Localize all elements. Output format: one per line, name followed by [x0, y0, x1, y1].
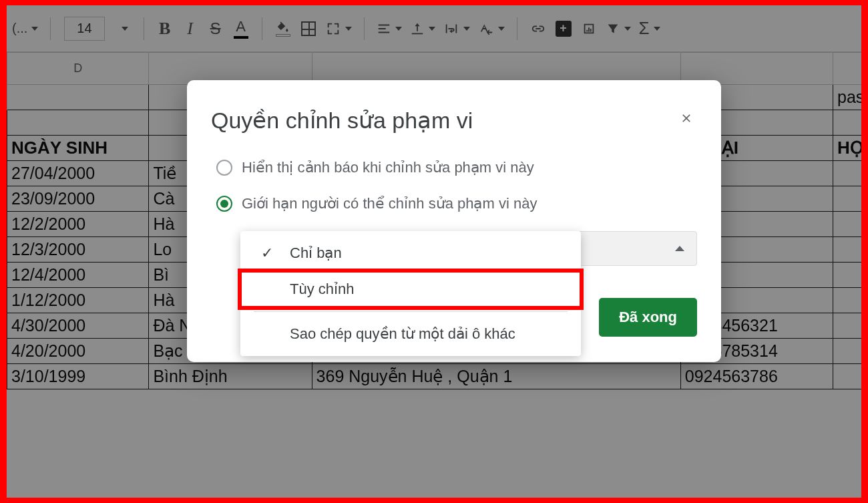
separator — [364, 17, 365, 40]
italic-button[interactable]: I — [179, 15, 202, 42]
cell-address[interactable]: 369 Nguyễn Huệ , Quận 1 — [312, 364, 680, 389]
menu-item-custom[interactable]: Tùy chỉnh — [240, 271, 581, 307]
cell-name[interactable] — [833, 212, 861, 237]
text-wrap-button[interactable] — [441, 15, 473, 42]
cell-name[interactable] — [833, 313, 861, 339]
wrap-icon — [443, 21, 459, 36]
cell-date[interactable]: 1/12/2000 — [7, 288, 149, 313]
dialog-title: Quyền chỉnh sửa phạm vi — [211, 107, 473, 134]
cell-place[interactable]: Bình Định — [149, 364, 312, 389]
chevron-down-icon — [498, 27, 505, 31]
cell-name[interactable] — [833, 263, 861, 288]
chevron-down-icon — [654, 27, 660, 31]
radio-icon-selected — [216, 196, 232, 212]
borders-icon — [301, 21, 316, 36]
chevron-up-icon — [675, 246, 684, 251]
separator — [517, 17, 517, 40]
insert-link-button[interactable] — [527, 15, 550, 42]
cell-date[interactable]: 23/09/2000 — [7, 186, 149, 212]
font-family-truncated: (... — [12, 21, 27, 36]
rotation-icon — [478, 21, 494, 36]
vertical-align-button[interactable] — [407, 15, 438, 42]
chevron-down-icon — [345, 27, 352, 31]
radio-restrict-editors[interactable]: Giới hạn người có thể chỉnh sửa phạm vi … — [211, 186, 697, 222]
merge-cells-button[interactable] — [322, 15, 355, 42]
menu-item-label: Chỉ bạn — [290, 244, 342, 262]
close-button[interactable] — [676, 107, 697, 131]
col-name-header-frag: HỌ — [833, 136, 861, 161]
table-row: 3/10/1999Bình Định369 Nguyễn Huệ , Quận … — [7, 364, 862, 389]
cell-name[interactable] — [833, 186, 861, 212]
menu-item-label: Tùy chỉnh — [290, 281, 355, 298]
paint-bucket-icon — [276, 20, 290, 33]
font-family-select[interactable]: (... — [9, 15, 41, 42]
link-icon — [529, 21, 547, 36]
cell-name[interactable] — [833, 339, 861, 364]
insert-chart-button[interactable] — [578, 15, 600, 42]
cell-password-header[interactable]: passwo — [833, 85, 861, 110]
chevron-down-icon — [31, 27, 38, 31]
cell-date[interactable]: 27/04/2000 — [7, 161, 149, 186]
align-left-icon — [377, 21, 391, 36]
borders-button[interactable] — [297, 15, 320, 42]
cell-name[interactable] — [833, 237, 861, 263]
chevron-down-icon — [122, 27, 128, 31]
chevron-down-icon — [395, 27, 402, 31]
fill-color-button[interactable] — [272, 15, 294, 42]
column-header-d[interactable]: D — [7, 53, 149, 85]
menu-item-copy-from-range[interactable]: Sao chép quyền từ một dải ô khác — [240, 316, 581, 352]
font-size-value: 14 — [77, 21, 91, 36]
cell-date[interactable]: 12/3/2000 — [7, 237, 149, 263]
filter-icon — [606, 21, 620, 36]
radio-show-warning[interactable]: Hiển thị cảnh báo khi chỉnh sửa phạm vi … — [211, 150, 697, 186]
comment-icon: + — [556, 21, 572, 37]
radio-label: Hiển thị cảnh báo khi chỉnh sửa phạm vi … — [242, 159, 534, 176]
text-color-swatch — [234, 36, 248, 39]
range-permissions-dialog: Quyền chỉnh sửa phạm vi Hiển thị cảnh bá… — [187, 80, 721, 362]
permission-radio-group: Hiển thị cảnh báo khi chỉnh sửa phạm vi … — [211, 150, 697, 222]
done-button[interactable]: Đã xong — [599, 298, 697, 337]
bold-button[interactable]: B — [154, 15, 176, 42]
col-date-header: NGÀY SINH — [7, 136, 149, 161]
functions-button[interactable]: Σ — [636, 15, 663, 42]
filter-button[interactable] — [603, 15, 634, 42]
menu-item-label: Sao chép quyền từ một dải ô khác — [290, 325, 515, 343]
cell-date[interactable]: 12/2/2000 — [7, 212, 149, 237]
valign-icon — [410, 21, 425, 36]
chevron-down-icon — [463, 27, 470, 31]
menu-item-only-you[interactable]: ✓ Chỉ bạn — [240, 235, 581, 271]
text-rotation-button[interactable] — [475, 15, 507, 42]
separator — [144, 17, 144, 40]
fill-color-swatch — [276, 34, 290, 37]
close-icon — [680, 112, 693, 125]
horizontal-align-button[interactable] — [374, 15, 405, 42]
chart-icon — [581, 21, 597, 36]
check-icon: ✓ — [259, 244, 275, 262]
insert-comment-button[interactable]: + — [552, 15, 575, 42]
cell-name[interactable] — [833, 161, 861, 186]
toolbar: (... 14 B I S A — [7, 5, 861, 52]
cell-name[interactable] — [833, 288, 861, 313]
cell-date[interactable]: 12/4/2000 — [7, 263, 149, 288]
menu-separator — [254, 311, 568, 312]
chevron-down-icon — [429, 27, 435, 31]
sigma-icon: Σ — [639, 18, 650, 39]
merge-icon — [325, 21, 341, 36]
cell-date[interactable]: 4/20/2000 — [7, 339, 149, 364]
text-color-button[interactable]: A — [230, 15, 252, 42]
radio-icon — [216, 160, 232, 176]
radio-label: Giới hạn người có thể chỉnh sửa phạm vi … — [242, 195, 537, 212]
restrict-who-menu: ✓ Chỉ bạn Tùy chỉnh Sao chép quyền từ mộ… — [240, 231, 581, 356]
chevron-down-icon — [624, 27, 631, 31]
cell-date[interactable]: 3/10/1999 — [7, 364, 149, 389]
cell-date[interactable]: 4/30/2000 — [7, 313, 149, 339]
strikethrough-button[interactable]: S — [204, 15, 227, 42]
cell-phone[interactable]: 0924563786 — [680, 364, 833, 389]
separator — [262, 17, 262, 40]
font-size-dropdown[interactable] — [112, 15, 134, 42]
cell-name[interactable] — [833, 364, 861, 389]
separator — [50, 17, 51, 40]
font-size-input[interactable]: 14 — [64, 17, 104, 41]
